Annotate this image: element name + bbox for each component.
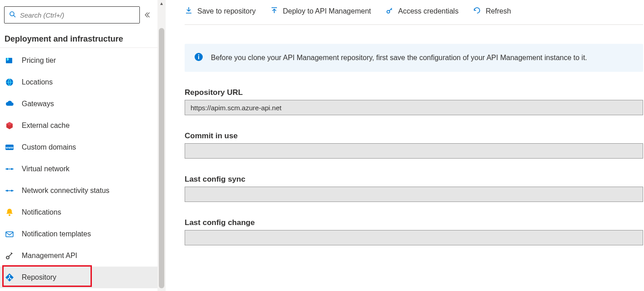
info-icon	[194, 52, 204, 64]
svg-point-11	[9, 214, 10, 216]
deploy-button[interactable]: Deploy to API Management	[270, 6, 371, 16]
api-icon	[5, 251, 14, 261]
key-icon	[386, 6, 394, 16]
sidebar-item-label: Pricing tier	[22, 56, 56, 65]
toolbar-label: Refresh	[486, 7, 511, 15]
bell-icon	[5, 207, 14, 217]
chevron-double-left-icon	[144, 12, 151, 18]
sidebar-item-management-api[interactable]: Management API	[0, 245, 157, 267]
collapse-sidebar-button[interactable]	[142, 6, 153, 23]
repo-icon	[5, 272, 14, 282]
svg-rect-12	[6, 232, 13, 237]
commit-in-use-field[interactable]	[185, 143, 643, 159]
toolbar-label: Access credentials	[398, 7, 458, 15]
tag-icon	[5, 56, 14, 66]
globe-icon	[5, 77, 14, 87]
sidebar-item-gateways[interactable]: Gateways	[0, 93, 157, 115]
mail-icon	[5, 229, 14, 239]
svg-rect-19	[198, 56, 199, 59]
refresh-button[interactable]: Refresh	[473, 6, 511, 16]
scroll-up-arrow-icon[interactable]: ▲	[157, 1, 166, 6]
info-banner: Before you clone your API Management rep…	[185, 44, 643, 72]
sidebar-item-label: Gateways	[22, 100, 54, 108]
download-icon	[185, 6, 193, 16]
sidebar-item-label: External cache	[22, 122, 70, 130]
commit-in-use-label: Commit in use	[185, 131, 643, 141]
svg-text:WWW: WWW	[6, 146, 14, 149]
sidebar-item-label: Network connectivity status	[22, 187, 110, 195]
sidebar-item-custom-domains[interactable]: WWW Custom domains	[0, 136, 157, 158]
sidebar-menu: Pricing tier Locations Gateways	[0, 50, 157, 288]
sidebar-scrollbar[interactable]: ▲	[157, 0, 166, 291]
scrollbar-thumb[interactable]	[159, 28, 164, 288]
last-config-sync-field[interactable]	[185, 187, 643, 202]
search-icon	[9, 11, 20, 19]
sidebar-item-notifications[interactable]: Notifications	[0, 202, 157, 223]
sidebar-item-network-connectivity-status[interactable]: Network connectivity status	[0, 180, 157, 202]
sidebar-item-label: Repository	[22, 273, 56, 282]
repo-url-label: Repository URL	[185, 88, 643, 97]
main-content: Save to repository Deploy to API Managem…	[166, 0, 644, 291]
search-box[interactable]	[4, 6, 140, 23]
network-icon	[5, 164, 14, 174]
svg-point-20	[198, 54, 200, 56]
upload-icon	[270, 6, 278, 16]
sidebar-item-pricing-tier[interactable]: Pricing tier	[0, 50, 157, 71]
sidebar-section-header: Deployment and infrastructure	[0, 28, 157, 48]
svg-point-0	[10, 12, 14, 16]
svg-line-1	[14, 15, 15, 17]
save-to-repository-button[interactable]: Save to repository	[185, 6, 256, 16]
cloud-icon	[5, 99, 14, 109]
last-config-change-field[interactable]	[185, 230, 643, 245]
sidebar-item-virtual-network[interactable]: Virtual network	[0, 158, 157, 180]
sidebar-item-notification-templates[interactable]: Notification templates	[0, 223, 157, 245]
sidebar-item-repository[interactable]: Repository	[0, 267, 157, 288]
toolbar-label: Deploy to API Management	[283, 7, 371, 15]
access-credentials-button[interactable]: Access credentials	[386, 6, 458, 16]
sidebar-item-label: Custom domains	[22, 143, 76, 151]
toolbar-label: Save to repository	[197, 7, 256, 15]
cube-icon	[5, 121, 14, 131]
network-status-icon	[5, 186, 14, 196]
sidebar-item-label: Notifications	[22, 208, 61, 216]
sidebar-item-label: Locations	[22, 78, 53, 86]
sidebar-item-label: Management API	[22, 252, 77, 260]
sidebar-item-label: Virtual network	[22, 165, 70, 173]
sidebar-item-label: Notification templates	[22, 230, 91, 238]
sidebar-item-locations[interactable]: Locations	[0, 71, 157, 93]
toolbar: Save to repository Deploy to API Managem…	[185, 0, 643, 25]
info-banner-text: Before you clone your API Management rep…	[211, 54, 587, 62]
sidebar-item-external-cache[interactable]: External cache	[0, 115, 157, 136]
sidebar: Deployment and infrastructure Pricing ti…	[0, 0, 157, 291]
search-input[interactable]	[20, 11, 135, 19]
last-config-sync-label: Last config sync	[185, 175, 643, 184]
last-config-change-label: Last config change	[185, 218, 643, 227]
www-icon: WWW	[5, 142, 14, 152]
refresh-icon	[473, 6, 481, 16]
repo-url-field[interactable]	[185, 100, 643, 115]
